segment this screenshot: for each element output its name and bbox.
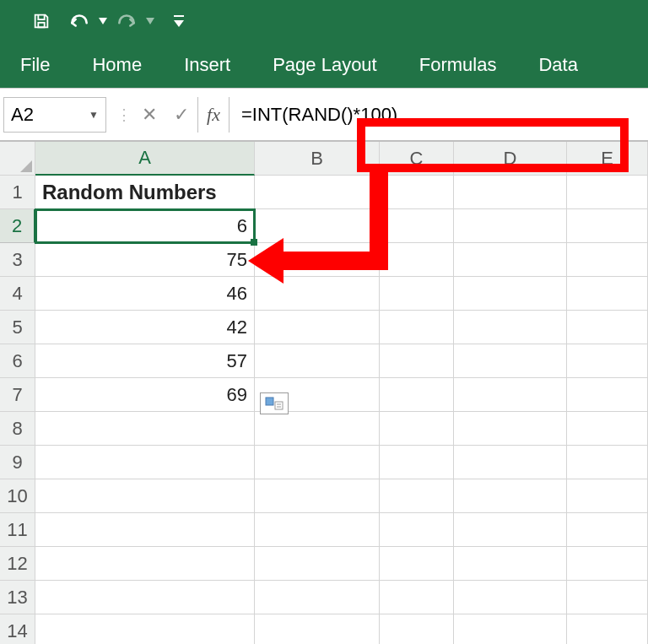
cell[interactable] xyxy=(454,243,567,277)
cell[interactable]: 69 xyxy=(35,378,255,412)
cell[interactable] xyxy=(567,547,648,581)
tab-insert[interactable]: Insert xyxy=(184,54,230,76)
cell[interactable] xyxy=(380,513,454,547)
cell[interactable] xyxy=(567,614,648,644)
cell[interactable] xyxy=(255,513,380,547)
cell[interactable] xyxy=(567,277,648,311)
cell[interactable] xyxy=(454,479,567,513)
cell[interactable] xyxy=(35,513,255,547)
cell[interactable] xyxy=(380,446,454,479)
row-header[interactable]: 11 xyxy=(0,513,35,547)
cell[interactable] xyxy=(380,581,454,614)
cell[interactable] xyxy=(35,547,255,581)
cell[interactable] xyxy=(255,547,380,581)
cell[interactable] xyxy=(255,581,380,614)
cell[interactable] xyxy=(380,277,454,311)
tab-data[interactable]: Data xyxy=(538,54,577,76)
cell[interactable] xyxy=(567,479,648,513)
cell[interactable] xyxy=(567,581,648,614)
cell[interactable] xyxy=(255,243,380,277)
cell[interactable] xyxy=(35,479,255,513)
cell[interactable] xyxy=(454,547,567,581)
formula-input[interactable] xyxy=(230,97,645,133)
fx-icon[interactable]: fx xyxy=(197,97,230,133)
col-header-A[interactable]: A xyxy=(35,142,255,176)
cell[interactable] xyxy=(567,344,648,378)
cell[interactable] xyxy=(454,614,567,644)
tab-file[interactable]: File xyxy=(20,54,50,76)
cell[interactable] xyxy=(35,614,255,644)
cell[interactable]: 46 xyxy=(35,277,255,311)
cell[interactable] xyxy=(454,311,567,344)
row-header[interactable]: 9 xyxy=(0,446,35,479)
cell[interactable] xyxy=(454,412,567,446)
tab-home[interactable]: Home xyxy=(92,54,142,76)
row-header[interactable]: 4 xyxy=(0,277,35,311)
row-header[interactable]: 1 xyxy=(0,176,35,209)
customize-qat-icon[interactable] xyxy=(165,7,193,35)
cell[interactable] xyxy=(380,344,454,378)
cell[interactable] xyxy=(255,614,380,644)
cell[interactable]: 42 xyxy=(35,311,255,344)
save-icon[interactable] xyxy=(27,7,56,35)
cell[interactable] xyxy=(255,277,380,311)
cell[interactable] xyxy=(380,209,454,243)
cell[interactable] xyxy=(35,581,255,614)
select-all-corner[interactable] xyxy=(0,142,35,176)
cell[interactable] xyxy=(380,547,454,581)
cell[interactable] xyxy=(567,176,648,209)
row-header[interactable]: 7 xyxy=(0,378,35,412)
tab-page-layout[interactable]: Page Layout xyxy=(273,54,377,76)
cell[interactable] xyxy=(454,344,567,378)
redo-icon[interactable] xyxy=(112,7,141,35)
cell[interactable]: Random Numbers xyxy=(35,176,255,209)
cell[interactable] xyxy=(380,614,454,644)
cell[interactable] xyxy=(255,311,380,344)
cell[interactable] xyxy=(454,446,567,479)
undo-more-icon[interactable] xyxy=(97,7,109,35)
cell[interactable] xyxy=(380,479,454,513)
undo-icon[interactable] xyxy=(65,7,94,35)
row-header[interactable]: 2 xyxy=(0,209,35,243)
cell[interactable] xyxy=(255,446,380,479)
redo-more-icon[interactable] xyxy=(144,7,156,35)
cell[interactable] xyxy=(380,176,454,209)
cell[interactable] xyxy=(567,243,648,277)
cell[interactable] xyxy=(380,412,454,446)
cell[interactable] xyxy=(380,378,454,412)
col-header-D[interactable]: D xyxy=(454,142,567,176)
col-header-C[interactable]: C xyxy=(380,142,454,176)
cell-active[interactable]: 6 xyxy=(35,209,255,243)
cell[interactable] xyxy=(255,176,380,209)
row-header[interactable]: 14 xyxy=(0,614,35,644)
cell[interactable] xyxy=(567,513,648,547)
col-header-B[interactable]: B xyxy=(255,142,380,176)
chevron-down-icon[interactable]: ▼ xyxy=(89,109,99,121)
cell[interactable] xyxy=(567,209,648,243)
cell[interactable] xyxy=(567,378,648,412)
cell[interactable] xyxy=(380,311,454,344)
cell[interactable] xyxy=(255,479,380,513)
cell[interactable] xyxy=(454,209,567,243)
cell[interactable] xyxy=(35,446,255,479)
row-header[interactable]: 3 xyxy=(0,243,35,277)
cell[interactable] xyxy=(454,176,567,209)
enter-icon[interactable]: ✓ xyxy=(165,97,197,133)
row-header[interactable]: 8 xyxy=(0,412,35,446)
cell[interactable] xyxy=(380,243,454,277)
cell[interactable] xyxy=(567,412,648,446)
cell[interactable] xyxy=(567,311,648,344)
cell[interactable]: 75 xyxy=(35,243,255,277)
row-header[interactable]: 12 xyxy=(0,547,35,581)
row-header[interactable]: 13 xyxy=(0,581,35,614)
cell[interactable] xyxy=(255,412,380,446)
col-header-E[interactable]: E xyxy=(567,142,648,176)
cell[interactable] xyxy=(454,378,567,412)
cell[interactable] xyxy=(454,581,567,614)
row-header[interactable]: 6 xyxy=(0,344,35,378)
autofill-options-icon[interactable] xyxy=(260,392,289,414)
row-header[interactable]: 5 xyxy=(0,311,35,344)
name-box[interactable]: A2 ▼ xyxy=(3,97,106,133)
cell[interactable]: 57 xyxy=(35,344,255,378)
cancel-icon[interactable]: ✕ xyxy=(133,97,165,133)
